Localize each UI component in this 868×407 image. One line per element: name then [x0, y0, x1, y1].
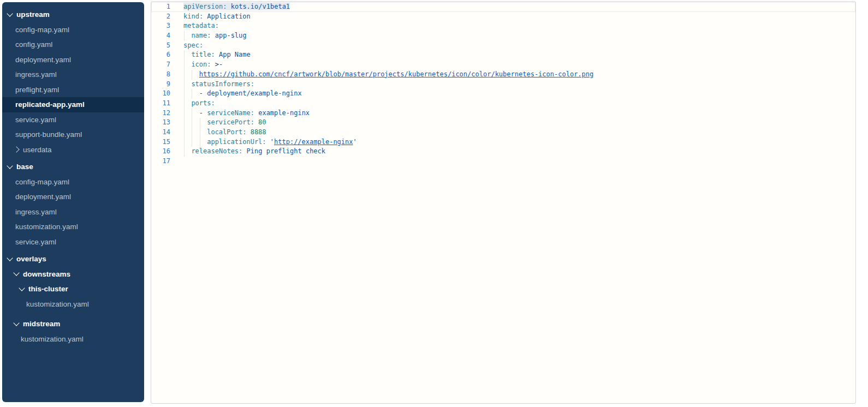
- line-number: 4: [151, 31, 170, 41]
- code-line-text: icon: >-: [170, 60, 223, 70]
- code-line-text: ports:: [170, 99, 215, 109]
- chevron-down-icon[interactable]: [7, 10, 13, 16]
- code-line-text: releaseNotes: Ping preflight check: [170, 147, 325, 157]
- code-line[interactable]: 1apiVersion: kots.io/v1beta1: [151, 2, 855, 12]
- tree-file-ingress-yaml[interactable]: ingress.yaml: [2, 67, 144, 82]
- tree-item-label: service.yaml: [15, 238, 56, 246]
- code-token-key: kind:: [183, 13, 203, 20]
- code-editor[interactable]: 1apiVersion: kots.io/v1beta12kind: Appli…: [151, 1, 856, 404]
- code-line-text: - serviceName: example-nginx: [170, 109, 310, 118]
- code-line[interactable]: 5spec:: [151, 41, 855, 51]
- chevron-down-icon[interactable]: [19, 285, 25, 291]
- code-line-text: servicePort: 80: [170, 118, 266, 128]
- tree-file-config-map-yaml[interactable]: config-map.yaml: [2, 175, 144, 190]
- tree-file-replicated-app-yaml[interactable]: replicated-app.yaml: [2, 97, 144, 112]
- code-token-key: statusInformers:: [191, 80, 254, 88]
- tree-folder-midstream[interactable]: midstream: [2, 316, 144, 332]
- tree-item-label: overlays: [16, 255, 46, 263]
- tree-item-label: base: [16, 163, 33, 171]
- code-line[interactable]: 15applicationUrl: 'http://example-nginx': [151, 137, 855, 147]
- code-line[interactable]: 6title: App Name: [151, 50, 855, 60]
- line-number: 8: [151, 70, 170, 80]
- tree-item-label: service.yaml: [15, 116, 56, 124]
- tree-item-label: ingress.yaml: [15, 208, 57, 216]
- tree-file-deployment-yaml[interactable]: deployment.yaml: [2, 189, 144, 205]
- file-tree-sidebar: upstreamconfig-map.yamlconfig.yamldeploy…: [2, 2, 144, 402]
- line-number: 7: [151, 60, 170, 70]
- indent-guide: [184, 137, 185, 147]
- code-token-punc: ': [266, 138, 274, 146]
- code-token-key: title:: [191, 51, 215, 58]
- tree-folder-this-cluster[interactable]: this-cluster: [2, 282, 144, 297]
- chevron-down-icon[interactable]: [7, 255, 13, 261]
- line-number: 1: [151, 2, 170, 12]
- indent-guide: [184, 99, 185, 109]
- code-line[interactable]: 11ports:: [151, 99, 855, 109]
- code-token-val: Application: [203, 13, 251, 20]
- tree-file-kustomization-yaml[interactable]: kustomization.yaml: [2, 297, 144, 312]
- chevron-down-icon[interactable]: [13, 320, 19, 326]
- chevron-down-icon[interactable]: [7, 163, 13, 169]
- tree-item-label: midstream: [23, 320, 60, 328]
- tree-item-label: preflight.yaml: [15, 86, 59, 94]
- tree-file-ingress-yaml[interactable]: ingress.yaml: [2, 205, 144, 220]
- code-line[interactable]: 4name: app-slug: [151, 31, 855, 41]
- code-token-key: name:: [191, 32, 211, 39]
- code-line[interactable]: 16releaseNotes: Ping preflight check: [151, 147, 855, 157]
- code-token-punc: -: [199, 109, 207, 117]
- tree-file-deployment-yaml[interactable]: deployment.yaml: [2, 52, 144, 68]
- code-line-text: applicationUrl: 'http://example-nginx': [170, 137, 357, 147]
- code-token-num: 8888: [246, 128, 266, 136]
- code-token-val: App Name: [215, 51, 251, 58]
- tree-folder-userdata[interactable]: userdata: [2, 142, 144, 158]
- tree-file-support-bundle-yaml[interactable]: support-bundle.yaml: [2, 127, 144, 142]
- tree-folder-overlays[interactable]: overlays: [2, 252, 144, 267]
- code-token-punc: ': [353, 138, 357, 146]
- code-token-punc: >-: [211, 61, 223, 68]
- tree-folder-downstreams[interactable]: downstreams: [2, 267, 144, 282]
- url-link[interactable]: http://example-nginx: [274, 138, 353, 146]
- tree-item-label: config-map.yaml: [15, 178, 69, 186]
- code-line-text: https://github.com/cncf/artwork/blob/mas…: [170, 70, 593, 80]
- tree-folder-upstream[interactable]: upstream: [2, 7, 144, 22]
- line-number: 2: [151, 12, 170, 22]
- line-number: 13: [151, 118, 170, 128]
- tree-file-kustomization-yaml[interactable]: kustomization.yaml: [2, 332, 144, 347]
- code-line[interactable]: 9statusInformers:: [151, 80, 855, 89]
- code-token-key: ports:: [191, 99, 215, 107]
- code-line[interactable]: 2kind: Application: [151, 12, 855, 22]
- tree-item-label: kustomization.yaml: [26, 300, 89, 308]
- code-line[interactable]: 17: [151, 157, 855, 166]
- chevron-right-icon[interactable]: [13, 147, 19, 153]
- code-line-text: localPort: 8888: [170, 128, 266, 137]
- code-token-val: app-slug: [211, 32, 247, 39]
- indent-guide: [184, 109, 185, 118]
- code-line[interactable]: 14localPort: 8888: [151, 128, 855, 137]
- line-number: 5: [151, 41, 170, 51]
- indent-guide: [200, 137, 200, 147]
- code-line[interactable]: 7icon: >-: [151, 60, 855, 70]
- tree-file-service-yaml[interactable]: service.yaml: [2, 235, 144, 250]
- code-token-key: servicePort:: [207, 118, 254, 126]
- code-token-key: applicationUrl:: [207, 138, 266, 146]
- chevron-down-icon[interactable]: [13, 270, 19, 276]
- code-line[interactable]: 12- serviceName: example-nginx: [151, 109, 855, 118]
- tree-item-label: this-cluster: [28, 285, 68, 293]
- tree-file-config-map-yaml[interactable]: config-map.yaml: [2, 22, 144, 38]
- line-number: 12: [151, 109, 170, 118]
- indent-guide: [184, 60, 185, 70]
- code-line[interactable]: 8https://github.com/cncf/artwork/blob/ma…: [151, 70, 855, 80]
- tree-folder-base[interactable]: base: [2, 159, 144, 175]
- tree-item-label: deployment.yaml: [15, 56, 71, 64]
- tree-file-service-yaml[interactable]: service.yaml: [2, 112, 144, 128]
- code-line[interactable]: 13servicePort: 80: [151, 118, 855, 128]
- url-link[interactable]: https://github.com/cncf/artwork/blob/mas…: [199, 70, 593, 78]
- code-token-val: example-nginx: [254, 109, 310, 117]
- tree-file-preflight-yaml[interactable]: preflight.yaml: [2, 82, 144, 98]
- code-line-text: spec:: [170, 41, 203, 51]
- code-line[interactable]: 10- deployment/example-nginx: [151, 89, 855, 99]
- tree-file-kustomization-yaml[interactable]: kustomization.yaml: [2, 219, 144, 235]
- code-line[interactable]: 3metadata:: [151, 21, 855, 31]
- tree-file-config-yaml[interactable]: config.yaml: [2, 37, 144, 52]
- code-token-val: kots.io/v1beta1: [227, 3, 290, 10]
